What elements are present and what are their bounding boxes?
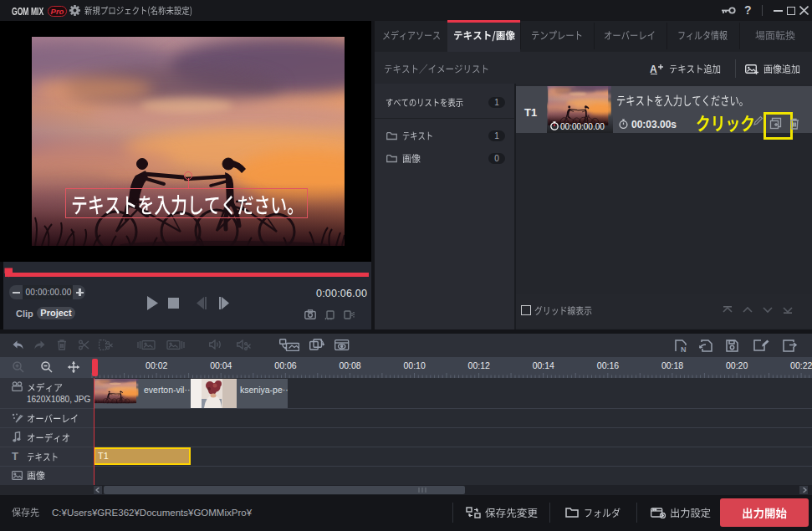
svg-text:N: N <box>681 345 687 353</box>
svg-text:A: A <box>650 64 657 74</box>
